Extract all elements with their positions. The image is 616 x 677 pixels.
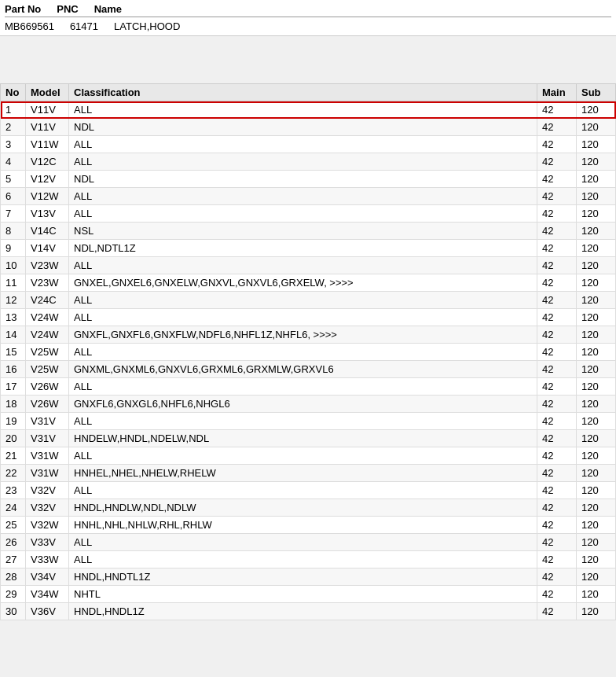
cell-main: 42 [537, 603, 577, 620]
cell-model: V32W [26, 517, 69, 534]
table-row[interactable]: 19V31VALL42120 [1, 413, 616, 430]
table-row[interactable]: 2V11VNDL42120 [1, 119, 616, 136]
table-row[interactable]: 13V24WALL42120 [1, 309, 616, 326]
cell-model: V12W [26, 188, 69, 205]
table-body: 1V11VALL421202V11VNDL421203V11WALL421204… [1, 101, 616, 620]
table-row[interactable]: 16V25WGNXML,GNXML6,GNXVL6,GRXML6,GRXMLW,… [1, 361, 616, 378]
table-row[interactable]: 22V31WHNHEL,NHEL,NHELW,RHELW42120 [1, 465, 616, 482]
cell-classification: GNXFL6,GNXGL6,NHFL6,NHGL6 [69, 396, 537, 413]
cell-no: 2 [1, 119, 26, 136]
cell-no: 14 [1, 326, 26, 344]
cell-no: 30 [1, 603, 26, 620]
cell-sub: 120 [577, 257, 616, 274]
main-table-container: No Model Classification Main Sub 1V11VAL… [0, 83, 616, 620]
part-no-value: MB669561 [5, 20, 54, 32]
cell-model: V31V [26, 413, 69, 430]
cell-main: 42 [537, 517, 577, 534]
cell-model: V34V [26, 568, 69, 586]
table-row[interactable]: 11V23WGNXEL,GNXEL6,GNXELW,GNXVL,GNXVL6,G… [1, 274, 616, 292]
parts-table: No Model Classification Main Sub 1V11VAL… [0, 83, 616, 620]
cell-classification: GNXML,GNXML6,GNXVL6,GRXML6,GRXMLW,GRXVL6 [69, 361, 537, 378]
table-row[interactable]: 14V24WGNXFL,GNXFL6,GNXFLW,NDFL6,NHFL1Z,N… [1, 326, 616, 344]
cell-classification: ALL [69, 378, 537, 396]
table-row[interactable]: 26V33VALL42120 [1, 534, 616, 551]
cell-main: 42 [537, 101, 577, 119]
cell-classification: NDL [69, 119, 537, 136]
cell-sub: 120 [577, 568, 616, 586]
cell-model: V12V [26, 171, 69, 188]
cell-main: 42 [537, 292, 577, 309]
cell-sub: 120 [577, 396, 616, 413]
pnc-value: 61471 [70, 20, 98, 32]
cell-no: 15 [1, 344, 26, 361]
table-row[interactable]: 29V34WNHTL42120 [1, 586, 616, 603]
table-row[interactable]: 9V14VNDL,NDTL1Z42120 [1, 240, 616, 257]
table-row[interactable]: 5V12VNDL42120 [1, 171, 616, 188]
cell-sub: 120 [577, 309, 616, 326]
cell-model: V26W [26, 378, 69, 396]
cell-model: V24W [26, 326, 69, 344]
cell-main: 42 [537, 171, 577, 188]
table-row[interactable]: 8V14CNSL42120 [1, 223, 616, 240]
cell-model: V11V [26, 101, 69, 119]
cell-main: 42 [537, 430, 577, 447]
cell-model: V34W [26, 586, 69, 603]
pnc-label: PNC [57, 3, 78, 15]
table-row[interactable]: 23V32VALL42120 [1, 482, 616, 499]
cell-no: 8 [1, 223, 26, 240]
cell-classification: NHTL [69, 586, 537, 603]
cell-model: V32V [26, 482, 69, 499]
cell-no: 16 [1, 361, 26, 378]
cell-model: V24C [26, 292, 69, 309]
table-row[interactable]: 4V12CALL42120 [1, 153, 616, 171]
table-row[interactable]: 28V34VHNDL,HNDTL1Z42120 [1, 568, 616, 586]
cell-main: 42 [537, 465, 577, 482]
cell-no: 26 [1, 534, 26, 551]
cell-sub: 120 [577, 188, 616, 205]
table-row[interactable]: 6V12WALL42120 [1, 188, 616, 205]
cell-classification: HNDL,HNDTL1Z [69, 568, 537, 586]
cell-sub: 120 [577, 344, 616, 361]
cell-classification: ALL [69, 309, 537, 326]
cell-model: V13V [26, 205, 69, 223]
table-row[interactable]: 27V33WALL42120 [1, 551, 616, 568]
cell-classification: ALL [69, 447, 537, 465]
table-row[interactable]: 20V31VHNDELW,HNDL,NDELW,NDL42120 [1, 430, 616, 447]
table-row[interactable]: 7V13VALL42120 [1, 205, 616, 223]
col-no-header: No [1, 84, 26, 101]
cell-classification: ALL [69, 551, 537, 568]
cell-sub: 120 [577, 136, 616, 153]
table-row[interactable]: 1V11VALL42120 [1, 101, 616, 119]
table-row[interactable]: 3V11WALL42120 [1, 136, 616, 153]
cell-main: 42 [537, 534, 577, 551]
cell-main: 42 [537, 482, 577, 499]
cell-main: 42 [537, 188, 577, 205]
cell-sub: 120 [577, 447, 616, 465]
table-row[interactable]: 30V36VHNDL,HNDL1Z42120 [1, 603, 616, 620]
cell-main: 42 [537, 361, 577, 378]
cell-sub: 120 [577, 153, 616, 171]
cell-main: 42 [537, 326, 577, 344]
col-classification-header: Classification [69, 84, 537, 101]
table-row[interactable]: 17V26WALL42120 [1, 378, 616, 396]
cell-no: 17 [1, 378, 26, 396]
cell-model: V25W [26, 361, 69, 378]
cell-sub: 120 [577, 223, 616, 240]
table-row[interactable]: 18V26WGNXFL6,GNXGL6,NHFL6,NHGL642120 [1, 396, 616, 413]
cell-main: 42 [537, 136, 577, 153]
cell-sub: 120 [577, 482, 616, 499]
cell-no: 25 [1, 517, 26, 534]
cell-model: V31V [26, 430, 69, 447]
cell-model: V33V [26, 534, 69, 551]
cell-no: 22 [1, 465, 26, 482]
table-row[interactable]: 12V24CALL42120 [1, 292, 616, 309]
table-row[interactable]: 15V25WALL42120 [1, 344, 616, 361]
table-row[interactable]: 10V23WALL42120 [1, 257, 616, 274]
cell-classification: ALL [69, 482, 537, 499]
table-row[interactable]: 21V31WALL42120 [1, 447, 616, 465]
name-label: Name [94, 3, 122, 15]
cell-main: 42 [537, 396, 577, 413]
table-row[interactable]: 24V32VHNDL,HNDLW,NDL,NDLW42120 [1, 499, 616, 517]
cell-main: 42 [537, 586, 577, 603]
table-row[interactable]: 25V32WHNHL,NHL,NHLW,RHL,RHLW42120 [1, 517, 616, 534]
